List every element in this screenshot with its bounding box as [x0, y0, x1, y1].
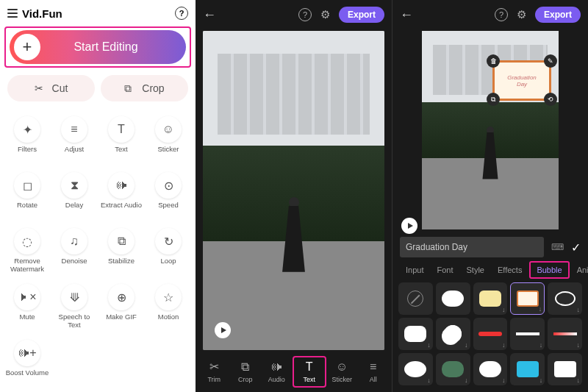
- editor-tool-trim[interactable]: ✂Trim: [198, 357, 230, 386]
- settings-icon[interactable]: ⚙: [517, 8, 526, 21]
- plus-icon: +: [14, 34, 40, 60]
- text-input[interactable]: [400, 237, 544, 257]
- play-icon[interactable]: [401, 218, 417, 234]
- editor-tool-audio[interactable]: 🕪Audio: [261, 357, 293, 386]
- bubble-option[interactable]: ↓: [510, 318, 545, 350]
- download-icon: ↓: [539, 305, 542, 313]
- tool-label: Loop: [160, 257, 176, 274]
- tool-icon: ≡: [61, 116, 87, 143]
- edit-handle[interactable]: ✎: [544, 54, 557, 68]
- confirm-icon[interactable]: ✓: [571, 240, 581, 254]
- play-icon[interactable]: [215, 322, 231, 338]
- help-icon[interactable]: ?: [495, 8, 508, 21]
- cut-label: Cut: [52, 82, 68, 94]
- text-tab-style[interactable]: Style: [460, 263, 490, 277]
- start-editing-button[interactable]: + Start Editing: [10, 30, 186, 64]
- tool-label: Trim: [207, 376, 220, 383]
- tool-icon: ⊕: [108, 284, 135, 310]
- export-button[interactable]: Export: [535, 7, 581, 23]
- delete-handle[interactable]: 🗑: [487, 54, 500, 68]
- tool-remove-watermark[interactable]: ◌Remove Watermark: [4, 224, 50, 278]
- text-overlay[interactable]: Graduation Day 🗑 ✎ ⧉ ⟲: [484, 53, 560, 112]
- menu-icon[interactable]: [7, 9, 18, 18]
- bubble-option[interactable]: ↓: [436, 353, 470, 385]
- tool-icon: 🕪: [108, 172, 135, 199]
- resize-handle[interactable]: ⟲: [544, 93, 557, 106]
- tool-sticker[interactable]: ☺Sticker: [146, 112, 191, 166]
- editor-tool-sticker[interactable]: ☺Sticker: [326, 357, 358, 386]
- cut-tab[interactable]: ✂ Cut: [7, 75, 95, 101]
- tool-motion[interactable]: ☆Motion: [146, 279, 191, 334]
- text-tab-input[interactable]: Input: [400, 263, 429, 277]
- video-preview[interactable]: Graduation Day 🗑 ✎ ⧉ ⟲: [400, 31, 581, 229]
- bubble-option[interactable]: ↓: [473, 318, 508, 350]
- editor-tool-text[interactable]: TText: [293, 356, 327, 388]
- bubble-option[interactable]: ↓: [398, 353, 433, 385]
- help-icon[interactable]: ?: [175, 7, 188, 20]
- keyboard-icon[interactable]: ⌨: [551, 242, 564, 252]
- tool-denoise[interactable]: ♫Denoise: [51, 224, 97, 278]
- download-icon: ↓: [465, 341, 468, 349]
- tool-make-gif[interactable]: ⊕Make GIF: [98, 279, 144, 334]
- tool-icon: ✂: [209, 360, 219, 374]
- tool-delay[interactable]: ⧗Delay: [51, 168, 97, 222]
- download-icon: ↓: [502, 377, 506, 384]
- text-editor-header: ← ? ⚙ Export: [392, 0, 588, 29]
- bubble-option[interactable]: ↓: [510, 353, 545, 385]
- help-icon[interactable]: ?: [298, 8, 312, 21]
- tool-speech-to-text[interactable]: ⟱Speech to Text: [51, 279, 97, 334]
- tool-icon: ⧉: [108, 228, 135, 254]
- back-icon[interactable]: ←: [400, 7, 413, 23]
- bubble-option[interactable]: ↓: [473, 282, 508, 315]
- crop-tab[interactable]: ⧉ Crop: [101, 75, 188, 101]
- tool-icon: ⧉: [241, 360, 249, 374]
- tool-stabilize[interactable]: ⧉Stabilize: [98, 224, 144, 278]
- settings-icon[interactable]: ⚙: [320, 8, 330, 21]
- tool-mute[interactable]: 🕨×Mute: [4, 279, 50, 334]
- bubble-option[interactable]: ↓: [436, 318, 470, 350]
- text-tab-animation[interactable]: Animation: [571, 263, 588, 277]
- bubble-grid: ↓ ↓ ↓ ↓ ↓ ↓ ↓ ↓ ↓ ↓ ↓ ↓ ↓: [398, 282, 582, 391]
- download-icon: ↓: [576, 377, 580, 384]
- tool-adjust[interactable]: ≡Adjust: [51, 112, 97, 166]
- tool-label: All: [370, 376, 377, 383]
- editor-tool-all[interactable]: ≡All: [358, 357, 390, 386]
- tool-filters[interactable]: ✦Filters: [4, 112, 50, 166]
- bubble-option[interactable]: ↓: [473, 353, 508, 385]
- crop-label: Crop: [142, 82, 164, 94]
- tool-text[interactable]: TText: [98, 112, 144, 166]
- text-tab-effects[interactable]: Effects: [492, 263, 528, 277]
- editor-tool-bar: ✂Trim⧉Crop🕪AudioTText☺Sticker≡All: [196, 351, 392, 392]
- tool-icon: ☺: [155, 116, 182, 143]
- bubble-option-selected[interactable]: ↓: [510, 282, 545, 315]
- editor-tool-crop[interactable]: ⧉Crop: [230, 357, 262, 386]
- copy-handle[interactable]: ⧉: [487, 93, 500, 106]
- download-icon: ↓: [539, 341, 543, 349]
- export-button[interactable]: Export: [339, 7, 384, 23]
- tool-boost-volume[interactable]: 🕪+Boost Volume: [4, 335, 50, 390]
- tool-speed[interactable]: ⊙Speed: [146, 168, 191, 222]
- text-tab-bubble[interactable]: Bubble: [529, 261, 569, 279]
- tool-icon: ⧗: [61, 172, 87, 199]
- tool-label: Speech to Text: [51, 313, 97, 329]
- download-icon: ↓: [539, 377, 543, 384]
- bubble-overlay: Graduation Day: [492, 60, 551, 101]
- bubble-option[interactable]: ↓: [548, 282, 582, 315]
- video-preview[interactable]: [203, 31, 384, 350]
- overlay-line1: Graduation: [507, 74, 537, 81]
- tool-extract-audio[interactable]: 🕪Extract Audio: [98, 168, 144, 222]
- tool-loop[interactable]: ↻Loop: [146, 224, 191, 278]
- bubble-option[interactable]: ↓: [548, 318, 582, 350]
- bubble-none[interactable]: [398, 282, 433, 315]
- tool-label: Mute: [19, 313, 35, 329]
- bubble-option[interactable]: ↓: [548, 353, 582, 385]
- app-title: Vid.Fun: [22, 7, 62, 20]
- editor-panel: ← ? ⚙ Export ✂Trim⧉Crop🕪AudioTText☺Stick…: [196, 0, 392, 392]
- tool-label: Speed: [158, 202, 178, 218]
- text-tab-font[interactable]: Font: [431, 263, 459, 277]
- download-icon: ↓: [427, 341, 431, 349]
- tool-rotate[interactable]: ◻Rotate: [4, 168, 50, 222]
- back-icon[interactable]: ←: [203, 7, 216, 23]
- bubble-option[interactable]: ↓: [398, 318, 433, 350]
- bubble-option[interactable]: [436, 282, 470, 315]
